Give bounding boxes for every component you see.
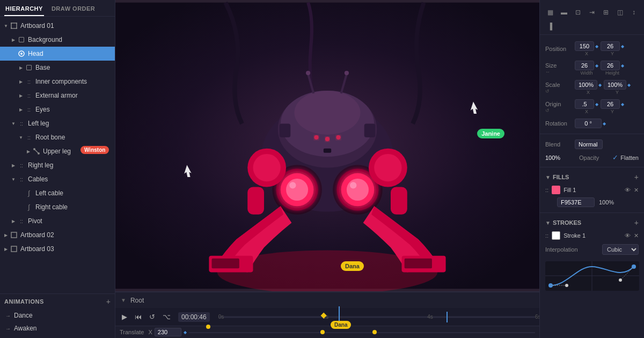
animation-item-dance[interactable]: → Dance <box>4 309 111 322</box>
fill-delete-icon[interactable]: ✕ <box>634 187 639 194</box>
scale-y-input[interactable] <box>604 80 626 90</box>
split-icon[interactable]: ◫ <box>614 6 626 18</box>
position-y-col: ◆ Y <box>601 41 624 56</box>
size-width-input[interactable] <box>575 61 594 70</box>
timeline-marker[interactable] <box>447 312 448 322</box>
fill-swatch[interactable] <box>552 186 560 194</box>
origin-y-diamond[interactable]: ◆ <box>621 102 624 107</box>
svg-rect-0 <box>11 23 17 28</box>
wave-icon: ∫ <box>25 203 33 211</box>
scale-x-input[interactable] <box>575 80 597 90</box>
tree-item-right-cable[interactable]: ∫ Right cable <box>0 200 115 214</box>
right-panel: ▦ ▬ ⊡ ⇥ ⊞ ◫ ↕ ▐ Position ◆ X <box>539 0 644 338</box>
blend-select[interactable]: Normal Multiply Screen <box>575 139 603 149</box>
stroke-swatch[interactable] <box>552 231 560 240</box>
interpolation-select[interactable]: Cubic Linear Smooth <box>602 244 639 255</box>
tree-item-left-cable[interactable]: ∫ Left cable <box>0 186 115 200</box>
position-x-input[interactable] <box>575 41 594 51</box>
add-animation-button[interactable]: + <box>106 297 111 306</box>
scale-row: Scale ↺ ◆ X ◆ Y <box>540 78 644 97</box>
size-height-input[interactable] <box>601 61 620 70</box>
tab-hierarchy[interactable]: HIERARCHY <box>4 3 44 16</box>
origin-y-input[interactable] <box>601 99 620 109</box>
scale-x-diamond[interactable]: ◆ <box>598 83 602 87</box>
position-inputs: ◆ X ◆ Y <box>575 41 639 56</box>
grid-icon[interactable]: ▦ <box>544 6 556 18</box>
origin-x-input[interactable] <box>575 99 594 109</box>
add-fill-button[interactable]: + <box>634 173 639 181</box>
strokes-title: STROKES <box>553 219 581 226</box>
origin-x-diamond[interactable]: ◆ <box>595 102 598 107</box>
rotation-input[interactable] <box>575 119 602 128</box>
opacity-row: 100% Opacity ✓ Flatten <box>540 151 644 164</box>
animations-panel: ANIMATIONS + → Dance → Awaken <box>0 293 115 338</box>
svg-point-57 <box>565 284 568 287</box>
strokes-collapse-icon[interactable]: ▼ <box>545 220 551 226</box>
keyframe-dot[interactable] <box>372 330 377 334</box>
height-icon[interactable]: ↕ <box>628 6 640 18</box>
tree-label: Artboard 02 <box>20 231 54 239</box>
box-icon[interactable]: ⊡ <box>572 6 584 18</box>
position-y-diamond[interactable]: ◆ <box>621 44 624 49</box>
fill-hex-input[interactable] <box>557 197 595 207</box>
tree-label: Upper leg <box>43 148 71 155</box>
stencil-button[interactable]: ⌥ <box>160 312 173 322</box>
tree-item-external-armor[interactable]: ▶ :: External armor <box>0 89 115 102</box>
svg-rect-39 <box>212 259 239 268</box>
loop-button[interactable]: ↺ <box>147 312 157 322</box>
right-panel-icon[interactable]: ▐ <box>544 20 556 32</box>
skip-start-button[interactable]: ⏮ <box>133 312 144 322</box>
stroke-delete-icon[interactable]: ✕ <box>634 232 639 239</box>
translate-row: Translate X ◆ <box>115 326 539 338</box>
tree-item-inner-components[interactable]: ▶ :: Inner components <box>0 75 115 89</box>
tree-item-right-leg[interactable]: ▶ :: Right leg <box>0 158 115 172</box>
chevron-icon: ▼ <box>2 22 10 30</box>
tree-item-root-bone[interactable]: ▼ :: Root bone <box>0 130 115 144</box>
marker-4s: 4s <box>427 314 433 320</box>
keyframe-dot[interactable] <box>320 330 325 334</box>
timeline-time: 00:00:46 <box>178 312 210 322</box>
curve-svg <box>545 261 639 291</box>
rotation-diamond[interactable]: ◆ <box>603 121 606 126</box>
play-button[interactable]: ▶ <box>120 312 129 322</box>
collapse-icon[interactable]: ▼ <box>121 297 126 303</box>
tab-icon[interactable]: ⇥ <box>586 6 598 18</box>
tree-item-background[interactable]: ▶ Background <box>0 33 115 47</box>
scale-inputs: ◆ X ◆ Y <box>575 80 639 95</box>
size-height-diamond[interactable]: ◆ <box>621 63 624 68</box>
canvas-viewport[interactable]: Janine Dana <box>115 0 539 291</box>
chevron-icon: ▼ <box>17 134 25 141</box>
svg-point-23 <box>314 135 318 139</box>
x-value-input[interactable] <box>155 328 181 336</box>
fill-visibility-icon[interactable]: 👁 <box>625 187 631 193</box>
tree-item-cables[interactable]: ▼ :: Cables <box>0 172 115 186</box>
origin-link-icon: ↺ <box>545 108 575 113</box>
tree-item-left-leg[interactable]: ▼ :: Left leg <box>0 116 115 130</box>
position-y-input[interactable] <box>601 41 620 51</box>
diamond-button[interactable]: ◆ <box>184 330 187 335</box>
scale-y-diamond[interactable]: ◆ <box>627 83 631 87</box>
tree-item-artboard03[interactable]: ▶ Artboard 03 <box>0 242 115 256</box>
tab-draw-order[interactable]: DRAW ORDER <box>50 3 96 16</box>
bone-icon <box>32 147 41 156</box>
fills-collapse-icon[interactable]: ▼ <box>545 174 551 180</box>
add-stroke-button[interactable]: + <box>634 218 639 227</box>
align-icon[interactable]: ▬ <box>558 6 570 18</box>
chevron-icon: ▶ <box>17 106 25 113</box>
flatten-toggle[interactable]: ✓ Flatten <box>612 153 639 161</box>
flatten-label: Flatten <box>620 155 639 161</box>
keyframe-dot[interactable] <box>206 325 210 329</box>
divider2 <box>540 167 644 167</box>
animation-item-awaken[interactable]: → Awaken <box>4 322 111 335</box>
tree-item-base[interactable]: ▶ Base <box>0 61 115 75</box>
stroke-visibility-icon[interactable]: 👁 <box>625 232 631 239</box>
plus-box-icon[interactable]: ⊞ <box>600 6 612 18</box>
tree-item-head[interactable]: Head <box>0 47 115 61</box>
size-width-diamond[interactable]: ◆ <box>595 63 598 68</box>
tree-item-artboard01[interactable]: ▼ Artboard 01 <box>0 19 115 33</box>
tree-item-pivot[interactable]: ▶ :: Pivot <box>0 214 115 228</box>
tree-item-upper-leg[interactable]: ▶ Upper leg Winston <box>0 144 115 158</box>
position-x-diamond[interactable]: ◆ <box>595 44 598 49</box>
tree-item-eyes[interactable]: ▶ :: Eyes <box>0 102 115 116</box>
tree-item-artboard02[interactable]: ▶ Artboard 02 <box>0 228 115 242</box>
